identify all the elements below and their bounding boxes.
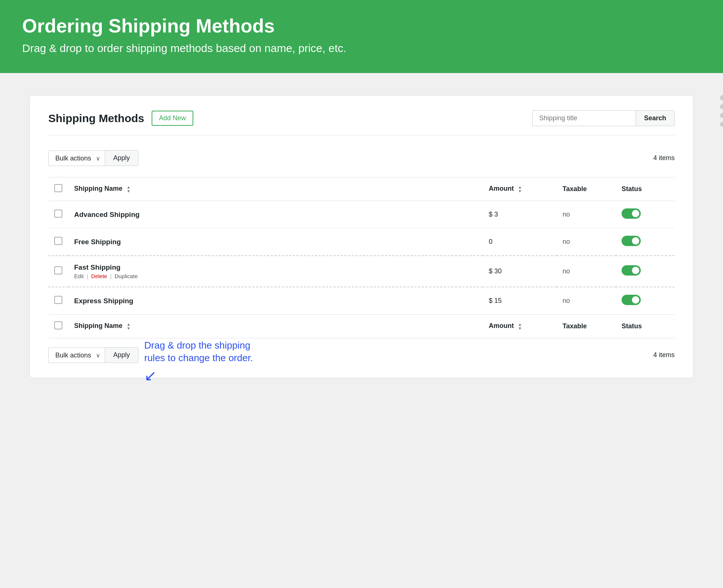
row-toggle-advanced-shipping[interactable] — [622, 208, 641, 219]
card-header-left: Shipping Methods Add New — [48, 111, 193, 126]
row-checkbox-express-shipping[interactable] — [54, 296, 62, 304]
footer-amount-sort-icon[interactable]: ▲▼ — [518, 322, 522, 331]
card-title: Shipping Methods — [48, 112, 144, 125]
drag-arrow-icon: ↙ — [144, 366, 253, 385]
search-input[interactable] — [532, 110, 636, 126]
table-row: Advanced Shipping$ 3no — [48, 201, 675, 228]
top-bulk-bar-left: Bulk actions Apply — [48, 150, 138, 166]
row-amount-cell-fast-shipping: $ 30 — [483, 256, 557, 287]
row-action-delete-fast-shipping[interactable]: Delete — [91, 273, 107, 279]
footer-status: Status — [616, 315, 675, 338]
table-row: Fast ShippingEdit | Delete | Duplicate$ … — [48, 256, 675, 287]
action-separator: | — [108, 273, 113, 279]
row-status-cell-fast-shipping — [616, 256, 675, 287]
search-button[interactable]: Search — [636, 110, 675, 126]
page-subtitle: Drag & drop to order shipping methods ba… — [22, 42, 701, 55]
footer-taxable: Taxable — [557, 315, 616, 338]
row-checkbox-free-shipping[interactable] — [54, 237, 62, 245]
row-checkbox-advanced-shipping[interactable] — [54, 210, 62, 218]
row-taxable-advanced-shipping: no — [563, 211, 570, 218]
dot-3 — [720, 104, 723, 109]
header-amount: Amount ▲▼ — [483, 177, 557, 201]
row-amount-cell-express-shipping: $ 15 — [483, 287, 557, 315]
footer-shipping-name: Shipping Name ▲▼ — [68, 315, 483, 338]
row-action-duplicate-fast-shipping[interactable]: Duplicate — [115, 273, 138, 279]
amount-sort-icon[interactable]: ▲▼ — [518, 185, 522, 193]
footer-amount: Amount ▲▼ — [483, 315, 557, 338]
row-taxable-express-shipping: no — [563, 297, 570, 304]
dot-5 — [720, 113, 723, 118]
shipping-methods-table: Shipping Name ▲▼ Amount ▲▼ Taxable — [48, 177, 675, 338]
dots-decoration — [720, 95, 723, 127]
page-title: Ordering Shipping Methods — [22, 15, 701, 37]
row-amount-free-shipping: 0 — [489, 238, 492, 245]
row-taxable-cell-express-shipping: no — [557, 287, 616, 315]
row-name-cell-advanced-shipping: Advanced Shipping — [68, 201, 483, 228]
row-taxable-cell-advanced-shipping: no — [557, 201, 616, 228]
row-toggle-fast-shipping[interactable] — [622, 265, 641, 276]
bottom-bulk-actions-wrapper: Bulk actions — [48, 347, 105, 363]
row-amount-advanced-shipping: $ 3 — [489, 211, 498, 218]
dot-7 — [720, 122, 723, 127]
row-name-advanced-shipping: Advanced Shipping — [74, 211, 477, 219]
row-checkbox-cell-free-shipping — [48, 228, 68, 256]
row-checkbox-fast-shipping[interactable] — [54, 266, 62, 274]
row-status-cell-express-shipping — [616, 287, 675, 315]
table-row: Express Shipping$ 15no — [48, 287, 675, 315]
bottom-bulk-bar: Bulk actions Apply 4 items — [48, 347, 675, 363]
bottom-apply-button[interactable]: Apply — [105, 347, 138, 363]
row-amount-express-shipping: $ 15 — [489, 297, 502, 304]
row-checkbox-cell-advanced-shipping — [48, 201, 68, 228]
header-checkbox-col — [48, 177, 68, 201]
row-amount-cell-free-shipping: 0 — [483, 228, 557, 256]
row-name-fast-shipping: Fast Shipping — [74, 263, 477, 271]
row-name-cell-fast-shipping: Fast ShippingEdit | Delete | Duplicate — [68, 256, 483, 287]
top-bulk-bar: Bulk actions Apply 4 items — [48, 146, 675, 170]
card-header: Shipping Methods Add New Search — [48, 110, 675, 135]
row-amount-fast-shipping: $ 30 — [489, 267, 502, 275]
bottom-items-count: 4 items — [653, 351, 675, 359]
shipping-methods-card: Shipping Methods Add New Search Bulk act… — [30, 95, 693, 378]
row-action-edit-fast-shipping[interactable]: Edit — [74, 273, 84, 279]
bottom-bulk-actions-select[interactable]: Bulk actions — [48, 347, 105, 363]
row-status-cell-advanced-shipping — [616, 201, 675, 228]
header-status: Status — [616, 177, 675, 201]
bulk-actions-wrapper: Bulk actions — [48, 151, 105, 166]
row-name-cell-express-shipping: Express Shipping — [68, 287, 483, 315]
header-shipping-name: Shipping Name ▲▼ — [68, 177, 483, 201]
row-taxable-fast-shipping: no — [563, 267, 570, 275]
header-taxable: Taxable — [557, 177, 616, 201]
row-toggle-express-shipping[interactable] — [622, 295, 641, 305]
table-wrapper: Drag & drop the shipping rules to change… — [48, 177, 675, 338]
table-row: Free Shipping0no — [48, 228, 675, 256]
row-checkbox-cell-express-shipping — [48, 287, 68, 315]
add-new-button[interactable]: Add New — [152, 111, 193, 126]
table-body: Advanced Shipping$ 3noFree Shipping0noFa… — [48, 201, 675, 315]
row-name-express-shipping: Express Shipping — [74, 297, 477, 305]
row-taxable-cell-free-shipping: no — [557, 228, 616, 256]
shipping-name-sort-icon[interactable]: ▲▼ — [127, 185, 131, 193]
table-footer-row: Shipping Name ▲▼ Amount ▲▼ Taxable — [48, 315, 675, 338]
row-name-cell-free-shipping: Free Shipping — [68, 228, 483, 256]
dot-1 — [720, 95, 723, 100]
row-taxable-cell-fast-shipping: no — [557, 256, 616, 287]
header-checkbox[interactable] — [54, 184, 62, 192]
row-checkbox-cell-fast-shipping — [48, 256, 68, 287]
bulk-actions-select[interactable]: Bulk actions — [48, 151, 105, 166]
row-name-free-shipping: Free Shipping — [74, 238, 477, 246]
row-toggle-free-shipping[interactable] — [622, 236, 641, 246]
header-banner: Ordering Shipping Methods Drag & drop to… — [0, 0, 723, 73]
row-actions-fast-shipping: Edit | Delete | Duplicate — [74, 273, 477, 279]
table-header-row: Shipping Name ▲▼ Amount ▲▼ Taxable — [48, 177, 675, 201]
footer-shipping-name-sort-icon[interactable]: ▲▼ — [127, 322, 131, 331]
card-header-right: Search — [532, 110, 675, 126]
bottom-bulk-bar-left: Bulk actions Apply — [48, 347, 138, 363]
action-separator: | — [85, 273, 90, 279]
top-items-count: 4 items — [653, 154, 675, 162]
footer-checkbox-col — [48, 315, 68, 338]
top-apply-button[interactable]: Apply — [105, 150, 138, 166]
row-amount-cell-advanced-shipping: $ 3 — [483, 201, 557, 228]
row-taxable-free-shipping: no — [563, 238, 570, 245]
footer-checkbox[interactable] — [54, 321, 62, 329]
row-status-cell-free-shipping — [616, 228, 675, 256]
